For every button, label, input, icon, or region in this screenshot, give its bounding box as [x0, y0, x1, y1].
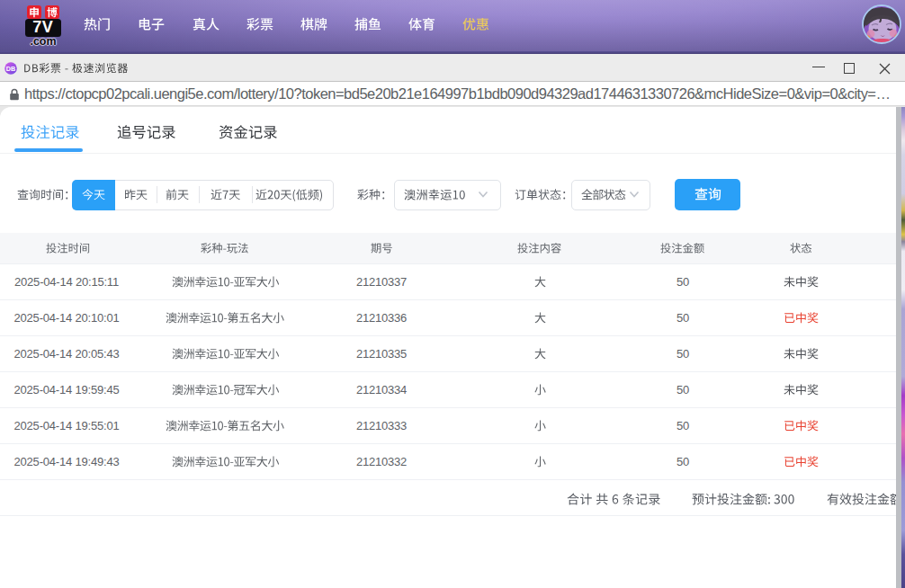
svg-text:DB: DB	[6, 65, 15, 73]
